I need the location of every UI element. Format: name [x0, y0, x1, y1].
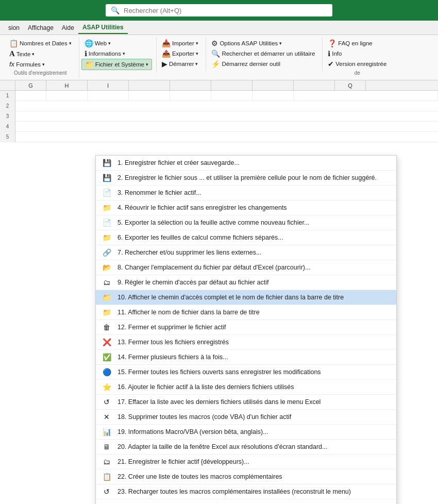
- ribbon-btn-importer[interactable]: 📥 Importer ▾: [159, 38, 201, 48]
- cell[interactable]: [211, 91, 252, 100]
- menu-item-text: 22. Créer une liste de toutes les macros…: [117, 473, 391, 481]
- menu-item[interactable]: 🖥20. Adapter la taille de la fenêtre Exc…: [96, 440, 396, 455]
- menu-item[interactable]: 🔵15. Fermer toutes les fichiers ouverts …: [96, 365, 396, 380]
- ribbon-btn-fichier[interactable]: 📁 Fichier et Système ▾: [81, 59, 152, 70]
- menu-item[interactable]: 🗂21. Enregistrer le fichier actif {dével…: [96, 455, 396, 469]
- row-num-5: 5: [0, 132, 15, 142]
- gear-icon: ⚙: [211, 39, 218, 47]
- menu-item[interactable]: 🗂9. Régler le chemin d'accès par défaut …: [96, 275, 396, 290]
- ribbon-btn-formules[interactable]: fx Formules ▾: [6, 59, 48, 69]
- cell[interactable]: [252, 91, 294, 100]
- dropdown-arrow-icon2: ▾: [32, 52, 35, 57]
- ribbon-btn-exporter[interactable]: 📤 Exporter ▾: [159, 48, 201, 59]
- ribbon-btn-faq[interactable]: ❓ FAQ en ligne: [325, 38, 375, 48]
- menu-item-text: 16. Ajouter le fichier actif à la liste …: [117, 383, 391, 391]
- menu-item-text: 15. Fermer toutes les fichiers ouverts s…: [117, 368, 391, 376]
- menu-item[interactable]: 🔗7. Rechercher et/ou supprimer les liens…: [96, 245, 396, 260]
- dropdown-arrow-icon: ▾: [69, 41, 72, 46]
- ribbon-btn-rechercher[interactable]: 🔍 Rechercher et démarrer un utilitaire: [208, 48, 318, 59]
- menu-item-icon: 📁: [101, 233, 112, 242]
- cell[interactable]: [129, 91, 170, 100]
- row-num-1: 1: [0, 91, 15, 101]
- ribbon-btn-demarrer[interactable]: ▶ Démarrer ▾: [159, 59, 201, 69]
- menu-item[interactable]: 📄3. Renommer le fichier actif...: [96, 186, 396, 200]
- menu-item-icon: 💾: [101, 158, 112, 167]
- dropdown-arrow-demarrer: ▾: [195, 61, 198, 66]
- menu-item[interactable]: 📁11. Afficher le nom de fichier dans la …: [96, 305, 396, 320]
- dropdown-arrow-icon3: ▾: [42, 62, 45, 67]
- menu-item-icon: 📂: [101, 263, 112, 272]
- menu-item[interactable]: 📊19. Informations Macro/VBA (version bêt…: [96, 425, 396, 440]
- ribbon-btn-options[interactable]: ⚙ Options ASAP Utilities ▾: [208, 38, 285, 48]
- menu-item[interactable]: ⭐16. Ajouter le fichier actif à la liste…: [96, 380, 396, 395]
- col-header-q: Q: [335, 80, 366, 90]
- col-header-h: H: [46, 80, 88, 90]
- ribbon-btn-informations[interactable]: ℹ Informations ▾: [81, 48, 128, 59]
- info2-icon: ℹ: [328, 49, 330, 58]
- menu-item[interactable]: 💾1. Enregistrer fichier et créer sauvega…: [96, 156, 396, 171]
- menu-item-icon: 🗑: [101, 323, 112, 332]
- ribbon-group-options: ⚙ Options ASAP Utilities ▾ 🔍 Rechercher …: [206, 37, 323, 71]
- menu-item-icon: 🗂: [101, 502, 112, 504]
- menu-item-icon: 📁: [101, 203, 112, 212]
- menu-item-text: 4. Réouvrir le fichier actif sans enregi…: [117, 204, 391, 212]
- web-icon: 🌐: [85, 39, 93, 47]
- menu-item-text: 13. Fermer tous les fichiers enregistrés: [117, 338, 391, 346]
- cell[interactable]: [294, 91, 438, 100]
- menu-item-aide[interactable]: Aide: [58, 22, 78, 33]
- menu-item-sion[interactable]: sion: [4, 22, 24, 33]
- row-num-4: 4: [0, 122, 15, 132]
- menu-item-text: 3. Renommer le fichier actif...: [117, 189, 391, 197]
- menu-item[interactable]: 📋22. Créer une liste de toutes les macro…: [96, 469, 396, 484]
- menu-item-text: 11. Afficher le nom de fichier dans la b…: [117, 308, 391, 316]
- menu-item[interactable]: 📁6. Exporter les feuilles de calcul comm…: [96, 230, 396, 245]
- menu-item[interactable]: 📁4. Réouvrir le fichier actif sans enreg…: [96, 200, 396, 215]
- ribbon-group-faq: ❓ FAQ en ligne ℹ Info ✔ Version enregist…: [323, 37, 394, 78]
- menu-item-affichage[interactable]: Affichage: [24, 22, 58, 33]
- dropdown-arrow-info: ▾: [123, 51, 125, 56]
- dropdown-arrow-web: ▾: [108, 41, 111, 46]
- menu-item-icon: ↺: [101, 397, 112, 407]
- cell[interactable]: [88, 91, 129, 100]
- ribbon-btn-demarrez[interactable]: ⚡ Démarrez dernier outil: [208, 59, 283, 69]
- menu-item-icon: ✅: [101, 352, 112, 362]
- menu-item-text: 23. Recharger toutes les macros compléme…: [117, 488, 391, 496]
- menu-item-icon: 📊: [101, 427, 112, 436]
- search-icon: 🔍: [111, 6, 120, 14]
- group-label-outils: Outils d'enregistrement: [6, 70, 75, 76]
- lightning-icon: ⚡: [211, 60, 220, 68]
- ribbon-btn-info[interactable]: ℹ Info: [325, 48, 345, 59]
- menu-item-asap[interactable]: ASAP Utilities: [78, 22, 128, 34]
- cell[interactable]: [170, 91, 211, 100]
- spreadsheet-body: 1 2 3 4 5: [0, 91, 438, 142]
- menu-item[interactable]: 🗑12. Fermer et supprimer le fichier acti…: [96, 320, 396, 335]
- menu-item[interactable]: ↺17. Effacer la liste avec les derniers …: [96, 395, 396, 410]
- cell[interactable]: [15, 91, 46, 100]
- menu-item-icon: 📋: [101, 472, 112, 481]
- ribbon-group-outils: 📋 Nombres et Dates ▾ A Texte ▾ fx Formul…: [4, 37, 79, 78]
- menu-item-icon: ↺: [101, 487, 112, 496]
- dropdown-menu: 💾1. Enregistrer fichier et créer sauvega…: [95, 155, 397, 504]
- ribbon-btn-nombres[interactable]: 📋 Nombres et Dates ▾: [6, 38, 75, 48]
- menu-item[interactable]: 📄5. Exporter la sélection ou la feuille …: [96, 215, 396, 230]
- search-input[interactable]: [124, 7, 327, 14]
- menu-item[interactable]: ✕18. Supprimer toutes les macros (code V…: [96, 410, 396, 425]
- ribbon-group-web: 🌐 Web ▾ ℹ Informations ▾ 📁 Fichier et Sy…: [79, 37, 157, 72]
- menu-item[interactable]: 📂8. Changer l'emplacement du fichier par…: [96, 260, 396, 275]
- ribbon-btn-version[interactable]: ✔ Version enregistrée: [325, 59, 390, 69]
- col-header-i: I: [88, 80, 129, 90]
- ribbon-btn-texte[interactable]: A Texte ▾: [6, 48, 38, 59]
- table-row: [15, 91, 438, 101]
- menu-item[interactable]: 💾2. Enregistrer le fichier sous ... et u…: [96, 171, 396, 186]
- sheet-area: G H I Q 1 2 3 4 5: [0, 80, 438, 142]
- menu-item-text: 19. Informations Macro/VBA (version bêta…: [117, 428, 391, 436]
- menu-item-text: 20. Adapter la taille de la fenêtre Exce…: [117, 443, 391, 451]
- cell[interactable]: [46, 91, 88, 100]
- ribbon-btn-web[interactable]: 🌐 Web ▾: [81, 38, 114, 48]
- menu-item[interactable]: ✅14. Fermer plusieurs fichiers à la fois…: [96, 350, 396, 365]
- menu-item[interactable]: 🗂24. Créer une liste de noms de fichiers…: [96, 499, 396, 504]
- menu-item[interactable]: 📁10. Afficher le chemin d'accès complet …: [96, 290, 396, 305]
- col-header-j: [129, 80, 170, 90]
- menu-item[interactable]: ↺23. Recharger toutes les macros complém…: [96, 484, 396, 499]
- menu-item[interactable]: ❌13. Fermer tous les fichiers enregistré…: [96, 335, 396, 350]
